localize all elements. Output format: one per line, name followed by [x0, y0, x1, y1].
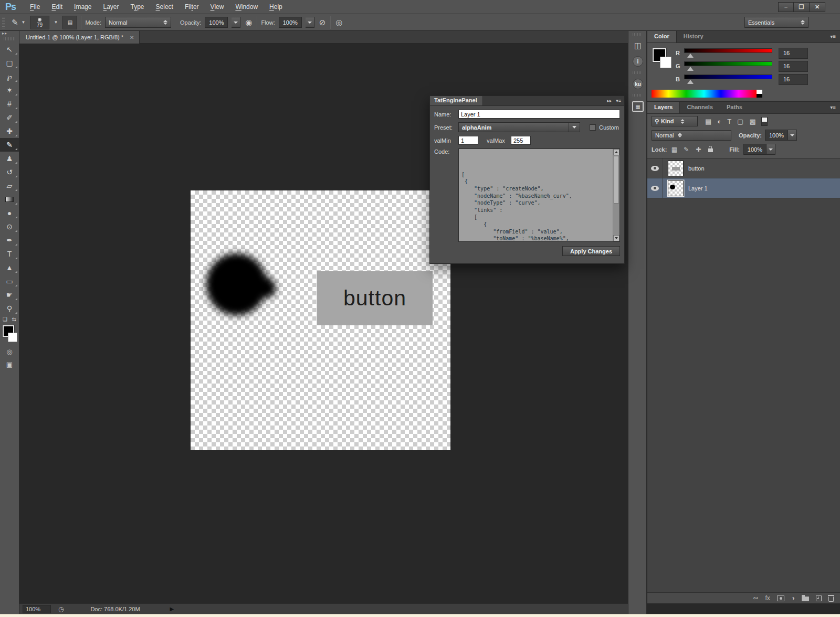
layer-fill-value[interactable]: 100% [743, 144, 766, 155]
opacity-value[interactable]: 100% [205, 17, 228, 28]
panel-menu-icon[interactable]: ▾≡ [830, 102, 840, 113]
menu-item[interactable]: File [24, 3, 46, 10]
layer-row[interactable]: Layer 1 [647, 178, 840, 198]
scroll-up-button[interactable] [613, 149, 620, 155]
opacity-dropdown-button[interactable] [232, 17, 240, 28]
rectangular-marquee-tool[interactable]: ▢ [0, 56, 19, 70]
crop-tool[interactable]: # [0, 97, 19, 111]
filter-adjustment-layers-icon[interactable]: ◐ [717, 118, 721, 125]
black-white-chips[interactable] [757, 90, 762, 98]
toggle-brush-panel-button[interactable]: ▤ [62, 16, 77, 29]
default-colors-icon[interactable]: ❏ [3, 316, 7, 322]
history-brush-tool[interactable]: ↺ [0, 165, 19, 179]
document-tab[interactable]: Untitled-1 @ 100% (Layer 1, RGB/8) * ✕ [19, 31, 140, 44]
channel-slider[interactable] [684, 48, 772, 58]
background-color-swatch[interactable] [8, 333, 17, 342]
valmax-input[interactable] [511, 136, 531, 145]
background-color-swatch[interactable] [660, 57, 671, 68]
clone-stamp-tool[interactable]: ♟ [0, 152, 19, 165]
close-tab-icon[interactable]: ✕ [130, 35, 134, 40]
visibility-toggle[interactable] [647, 158, 663, 178]
menu-item[interactable]: Select [150, 3, 179, 10]
filter-shape-layers-icon[interactable]: ▢ [737, 118, 743, 125]
document-size-info[interactable]: Doc: 768.0K/1.20M [68, 606, 162, 612]
menu-item[interactable]: View [205, 3, 230, 10]
blur-tool[interactable]: ● [0, 206, 19, 220]
menu-item[interactable]: Type [125, 3, 150, 10]
swap-colors-icon[interactable]: ⇆ [12, 316, 16, 322]
custom-checkbox[interactable] [590, 124, 596, 131]
code-scrollbar[interactable] [613, 149, 620, 241]
scrollbar-thumb[interactable] [614, 156, 619, 204]
canvas[interactable]: button [191, 190, 450, 450]
quick-mask-button[interactable]: ◎ [0, 345, 19, 358]
screen-mode-button[interactable]: ▣ [0, 358, 19, 370]
layer-row[interactable]: button [647, 158, 840, 178]
blend-mode-select[interactable]: Normal [105, 17, 171, 28]
menu-item[interactable]: Layer [97, 3, 124, 10]
options-bar-grip[interactable] [2, 17, 5, 28]
filter-smart-objects-icon[interactable]: ▩ [749, 118, 755, 125]
channel-value-field[interactable]: 16 [779, 74, 808, 85]
scroll-down-button[interactable] [613, 235, 620, 241]
eyedropper-tool[interactable]: ✐ [0, 111, 19, 124]
channel-value-field[interactable]: 16 [779, 61, 808, 72]
spot-healing-brush-tool[interactable]: ✚ [0, 124, 19, 138]
restore-button[interactable]: ❐ [794, 2, 810, 12]
layer-thumbnail[interactable] [668, 161, 684, 176]
menu-item[interactable]: Filter [179, 3, 205, 10]
eraser-tool[interactable]: ▱ [0, 179, 19, 193]
filter-pixel-layers-icon[interactable]: ▤ [705, 118, 711, 125]
lasso-tool[interactable]: ℘ [0, 70, 19, 83]
menu-item[interactable]: Help [264, 3, 288, 10]
tab-paths[interactable]: Paths [720, 102, 749, 113]
filter-kind-select[interactable]: ⚲ Kind [652, 116, 698, 126]
close-button[interactable]: ✕ [810, 2, 825, 12]
pressure-opacity-icon[interactable]: ◉ [244, 18, 253, 27]
fill-dropdown-button[interactable] [766, 144, 775, 155]
filter-toggle-switch[interactable] [761, 117, 768, 126]
pressure-size-icon[interactable]: ⊘ [318, 18, 327, 27]
slider-thumb-icon[interactable] [687, 67, 694, 71]
tab-channels[interactable]: Channels [680, 102, 720, 113]
color-spectrum-ramp[interactable] [652, 90, 757, 98]
type-tool[interactable]: T [0, 247, 19, 261]
channel-slider[interactable] [684, 61, 772, 71]
channel-slider[interactable] [684, 74, 772, 84]
zoom-level-field[interactable]: 100% [23, 605, 51, 613]
layer-opacity-value[interactable]: 100% [765, 130, 788, 141]
brush-tool[interactable]: ✎ [0, 138, 19, 152]
zoom-tool[interactable]: ⚲ [0, 302, 19, 315]
slider-thumb-icon[interactable] [687, 54, 694, 58]
menu-item[interactable]: Edit [46, 3, 68, 10]
rectangle-tool[interactable]: ▭ [0, 274, 19, 288]
preset-select[interactable]: alphaAnim [458, 122, 580, 132]
status-options-arrow-icon[interactable]: ▶ [170, 606, 174, 612]
pen-tool[interactable]: ✒ [0, 233, 19, 247]
brush-preset-picker[interactable]: 79 [30, 16, 49, 29]
move-tool[interactable]: ↖ [0, 42, 19, 56]
layer-blend-mode-select[interactable]: Normal [652, 130, 731, 141]
magic-wand-tool[interactable]: ✶ [0, 83, 19, 97]
menu-item[interactable]: Window [229, 3, 264, 10]
tool-preset-picker[interactable]: ✎ ▼ [10, 18, 27, 27]
apply-changes-button[interactable]: Apply Changes [562, 246, 620, 256]
tat-engine-panel-titlebar[interactable]: TatEnginePanel ▸▸ ▾≡ [430, 96, 624, 106]
valmin-input[interactable] [458, 136, 478, 145]
flow-value[interactable]: 100% [279, 17, 302, 28]
tab-layers[interactable]: Layers [647, 102, 680, 113]
path-selection-tool[interactable]: ▲ [0, 261, 19, 274]
filter-type-layers-icon[interactable]: T [727, 118, 731, 125]
gradient-tool[interactable] [0, 193, 19, 206]
brush-picker-chevron-icon[interactable]: ▼ [53, 20, 59, 25]
tab-history[interactable]: History [677, 31, 710, 42]
visibility-toggle[interactable] [647, 178, 663, 198]
minimize-button[interactable]: – [778, 2, 794, 12]
toolbar-collapse-icon[interactable]: ▸▸ [0, 31, 19, 37]
layer-name-input[interactable] [458, 110, 620, 119]
panel-collapse-icon[interactable]: ▸▸ [607, 98, 612, 103]
hand-tool[interactable]: ☛ [0, 288, 19, 302]
flow-dropdown-button[interactable] [306, 17, 314, 28]
tab-color[interactable]: Color [647, 31, 677, 42]
slider-thumb-icon[interactable] [687, 80, 694, 84]
